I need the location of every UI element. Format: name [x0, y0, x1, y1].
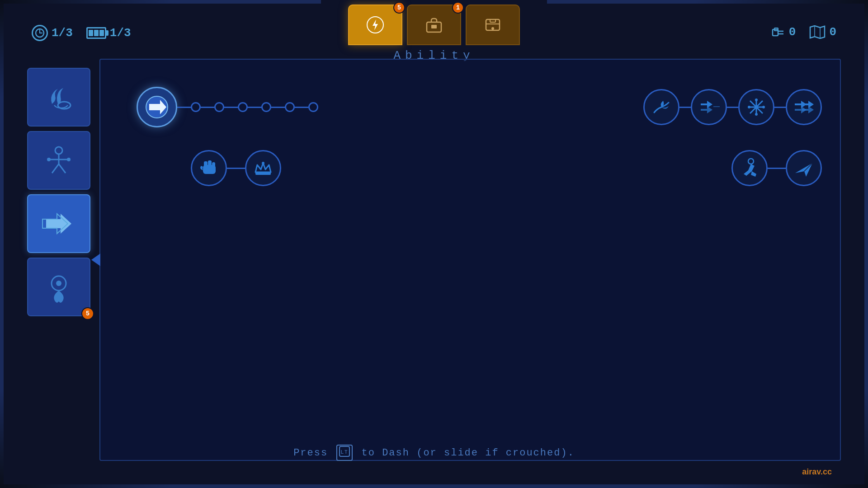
svg-point-40 [748, 106, 750, 108]
skill-node-freeze[interactable] [738, 89, 774, 125]
health-stat: 1/3 [32, 25, 73, 41]
svg-point-37 [755, 105, 758, 109]
frame-bottom [0, 484, 868, 488]
battery-icon [86, 27, 106, 39]
svg-rect-51 [255, 172, 271, 175]
svg-line-21 [59, 164, 66, 173]
currency-value: 0 [789, 25, 796, 39]
connector-row2-2 [768, 168, 786, 169]
skill-row-1 [137, 87, 822, 127]
svg-rect-49 [212, 162, 215, 168]
hud-top-right: 0 0 [771, 25, 836, 39]
health-icon [32, 25, 48, 41]
svg-point-22 [47, 158, 51, 161]
connector-6 [295, 107, 308, 108]
svg-marker-31 [701, 106, 712, 113]
connector-r1 [679, 107, 691, 108]
fist-icon [198, 157, 220, 179]
hud-top-left: 1/3 1/3 [32, 25, 131, 41]
inventory-icon [425, 16, 443, 34]
skill-node-fast[interactable] [786, 89, 822, 125]
skill-node-fist[interactable] [191, 150, 227, 186]
hint-bar: Press LT to Dash (or slide if crouched). [0, 445, 868, 461]
ability-icon [366, 16, 384, 34]
svg-rect-48 [208, 160, 212, 167]
svg-marker-1 [373, 19, 378, 30]
svg-marker-30 [701, 101, 712, 108]
game-background: 5 1 [0, 0, 868, 488]
map-pin-icon [41, 269, 77, 305]
skill-row-2 [191, 150, 822, 186]
svg-text:LT: LT [341, 449, 349, 455]
skill-node-dash-active[interactable] [137, 87, 177, 127]
sidebar-item-dash[interactable] [27, 194, 90, 253]
connector-3 [224, 107, 238, 108]
skill-node-kick[interactable] [731, 150, 768, 186]
svg-rect-3 [431, 25, 437, 28]
svg-point-39 [755, 113, 758, 116]
skill-node-crown[interactable] [245, 150, 281, 186]
svg-rect-47 [204, 161, 208, 168]
currency-stat: 0 [771, 25, 796, 39]
ability-panel [99, 59, 841, 461]
connector-1 [177, 107, 191, 108]
connector-5 [271, 107, 285, 108]
main-content: 5 [27, 59, 841, 461]
maps-stat: 0 [809, 25, 836, 39]
watermark: airav.cc [802, 467, 832, 477]
connector-r2 [727, 107, 738, 108]
map-icon [809, 25, 826, 39]
skill-node-fly[interactable] [643, 89, 679, 125]
sidebar-item-grip[interactable] [27, 68, 90, 127]
svg-point-23 [67, 158, 71, 161]
tab-equipment[interactable] [466, 5, 520, 45]
health-value: 1/3 [52, 26, 73, 40]
ability-badge: 5 [393, 2, 405, 14]
fly-icon [651, 96, 672, 118]
crown-icon [252, 157, 274, 179]
sidebar-connector-arrow [91, 253, 100, 266]
frame-left [0, 0, 4, 488]
connector-2 [201, 107, 214, 108]
skill-node-triple[interactable] [691, 89, 727, 125]
currency-icon [771, 25, 785, 39]
empty-node-3 [238, 102, 248, 112]
inventory-badge: 1 [452, 2, 464, 14]
empty-node-6 [308, 102, 318, 112]
empty-node-5 [285, 102, 295, 112]
hint-key: LT [336, 445, 353, 461]
tab-ability[interactable]: 5 [348, 5, 402, 45]
frame-right [864, 0, 868, 488]
svg-marker-44 [802, 101, 814, 108]
svg-point-38 [755, 99, 758, 101]
skill-node-throw[interactable] [786, 150, 822, 186]
empty-node-2 [214, 102, 224, 112]
svg-point-41 [762, 106, 765, 108]
toolbar-tabs: 5 1 [348, 5, 520, 45]
sidebar-item-map[interactable]: 5 [27, 258, 90, 316]
dash-icon [41, 206, 77, 242]
svg-line-20 [52, 164, 59, 173]
svg-point-53 [748, 159, 754, 164]
fast-arrow-icon [793, 96, 815, 118]
kick-icon [738, 157, 761, 179]
tab-inventory[interactable]: 1 [407, 5, 461, 45]
sidebar-item-agility[interactable] [27, 131, 90, 190]
triple-arrow-icon [698, 96, 720, 118]
empty-node-4 [261, 102, 271, 112]
svg-marker-32 [713, 103, 720, 110]
svg-point-7 [491, 27, 494, 30]
hint-text-after: to Dash (or slide if crouched). [362, 447, 575, 459]
empty-node-1 [191, 102, 201, 112]
sidebar: 5 [27, 59, 99, 461]
maps-value: 0 [829, 25, 836, 39]
connector-4 [248, 107, 261, 108]
svg-marker-45 [802, 106, 814, 113]
grip-icon [41, 79, 77, 115]
connector-r3 [774, 107, 786, 108]
battery-value: 1/3 [110, 26, 131, 40]
hint-text-before: Press [293, 447, 328, 459]
connector-row2-1 [227, 168, 245, 169]
dash-arrow-icon [145, 95, 170, 120]
svg-point-27 [56, 281, 61, 286]
